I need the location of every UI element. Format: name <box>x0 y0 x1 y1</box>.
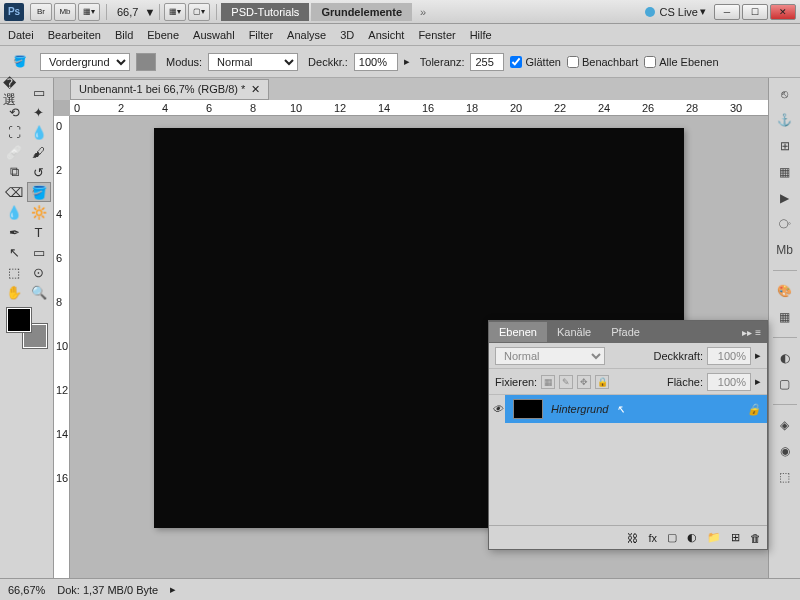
cs-live[interactable]: CS Live ▾ <box>645 5 706 18</box>
opacity-input[interactable] <box>354 53 398 71</box>
visibility-toggle-icon[interactable]: 👁 <box>489 395 505 423</box>
menu-auswahl[interactable]: Auswahl <box>193 29 235 41</box>
zoom-level[interactable]: 66,7 <box>111 6 144 18</box>
blend-mode-select[interactable]: Normal <box>495 347 605 365</box>
pen-tool[interactable]: ✒ <box>2 222 26 242</box>
hand-tool[interactable]: ✋ <box>2 282 26 302</box>
new-layer-icon[interactable]: ⊞ <box>731 531 740 544</box>
3d-tool[interactable]: ⬚ <box>2 262 26 282</box>
menu-hilfe[interactable]: Hilfe <box>470 29 492 41</box>
panel-icon[interactable]: ▦ <box>774 162 796 182</box>
swatches-panel-icon[interactable]: ▦ <box>774 307 796 327</box>
ruler-vertical[interactable]: 0246810121416 <box>54 116 70 578</box>
tab-kanaele[interactable]: Kanäle <box>547 322 601 342</box>
color-picker[interactable] <box>7 308 47 348</box>
panel-icon[interactable]: ⧂ <box>774 214 796 234</box>
menu-filter[interactable]: Filter <box>249 29 273 41</box>
stamp-tool[interactable]: ⧉ <box>2 162 26 182</box>
tab-pfade[interactable]: Pfade <box>601 322 650 342</box>
brush-tool[interactable]: 🖌 <box>27 142 51 162</box>
close-button[interactable]: ✕ <box>770 4 796 20</box>
arrange-docs-button[interactable]: ▦▾ <box>164 3 186 21</box>
menu-datei[interactable]: Datei <box>8 29 34 41</box>
panel-icon[interactable]: Mb <box>774 240 796 260</box>
3d-camera-tool[interactable]: ⊙ <box>27 262 51 282</box>
workspace-more-icon[interactable]: » <box>420 6 426 18</box>
menu-fenster[interactable]: Fenster <box>418 29 455 41</box>
channels-panel-icon[interactable]: ◉ <box>774 441 796 461</box>
fill-value[interactable] <box>707 373 751 391</box>
layer-thumbnail[interactable] <box>513 399 543 419</box>
path-select-tool[interactable]: ↖ <box>2 242 26 262</box>
panel-icon[interactable]: ⎋ <box>774 84 796 104</box>
menu-3d[interactable]: 3D <box>340 29 354 41</box>
status-arrow-icon[interactable]: ▸ <box>170 583 176 596</box>
adjustments-panel-icon[interactable]: ◐ <box>774 348 796 368</box>
panel-icon[interactable]: ⊞ <box>774 136 796 156</box>
foreground-color[interactable] <box>7 308 31 332</box>
antialias-checkbox[interactable]: Glätten <box>510 56 560 68</box>
color-panel-icon[interactable]: 🎨 <box>774 281 796 301</box>
blur-tool[interactable]: 💧 <box>2 202 26 222</box>
crop-tool[interactable]: ⛶ <box>2 122 26 142</box>
layer-name[interactable]: Hintergrund <box>551 403 608 415</box>
tab-ebenen[interactable]: Ebenen <box>489 322 547 342</box>
pattern-swatch[interactable] <box>136 53 156 71</box>
delete-layer-icon[interactable]: 🗑 <box>750 532 761 544</box>
view-extras-button[interactable]: ▦▾ <box>78 3 100 21</box>
history-brush-tool[interactable]: ↺ <box>27 162 51 182</box>
layer-mask-icon[interactable]: ▢ <box>667 531 677 544</box>
eyedropper-tool[interactable]: 💧 <box>27 122 51 142</box>
layers-panel-icon[interactable]: ◈ <box>774 415 796 435</box>
opacity-value[interactable] <box>707 347 751 365</box>
all-layers-checkbox[interactable]: Alle Ebenen <box>644 56 718 68</box>
workspace-grundelemente[interactable]: Grundelemente <box>311 3 412 21</box>
status-doc-info[interactable]: Dok: 1,37 MB/0 Byte <box>57 584 158 596</box>
panel-icon[interactable]: ▶ <box>774 188 796 208</box>
status-zoom[interactable]: 66,67% <box>8 584 45 596</box>
lock-pixels-icon[interactable]: ▦ <box>541 375 555 389</box>
menu-bearbeiten[interactable]: Bearbeiten <box>48 29 101 41</box>
paint-bucket-tool[interactable]: 🪣 <box>27 182 51 202</box>
zoom-tool[interactable]: 🔍 <box>27 282 51 302</box>
paths-panel-icon[interactable]: ⬚ <box>774 467 796 487</box>
link-layers-icon[interactable]: ⛓ <box>627 532 638 544</box>
move-tool[interactable]: �選 <box>2 82 26 102</box>
healing-tool[interactable]: 🩹 <box>2 142 26 162</box>
ruler-horizontal[interactable]: 024681012141618202224262830 <box>70 100 768 116</box>
adjustment-layer-icon[interactable]: ◐ <box>687 531 697 544</box>
minimize-button[interactable]: ─ <box>714 4 740 20</box>
tolerance-input[interactable] <box>470 53 504 71</box>
maximize-button[interactable]: ☐ <box>742 4 768 20</box>
minibridge-button[interactable]: Mb <box>54 3 76 21</box>
marquee-tool[interactable]: ▭ <box>27 82 51 102</box>
workspace-psd-tutorials[interactable]: PSD-Tutorials <box>221 3 309 21</box>
menu-analyse[interactable]: Analyse <box>287 29 326 41</box>
mode-select[interactable]: Normal <box>208 53 298 71</box>
lock-brush-icon[interactable]: ✎ <box>559 375 573 389</box>
document-tab[interactable]: Unbenannt-1 bei 66,7% (RGB/8) *✕ <box>70 79 269 100</box>
contiguous-checkbox[interactable]: Benachbart <box>567 56 638 68</box>
zoom-dropdown-icon[interactable]: ▼ <box>144 6 155 18</box>
panel-menu-icon[interactable]: ▸▸ ≡ <box>736 327 767 338</box>
lock-move-icon[interactable]: ✥ <box>577 375 591 389</box>
dodge-tool[interactable]: 🔆 <box>27 202 51 222</box>
panel-icon[interactable]: ⚓ <box>774 110 796 130</box>
shape-tool[interactable]: ▭ <box>27 242 51 262</box>
fill-source-select[interactable]: Vordergrund <box>40 53 130 71</box>
magic-wand-tool[interactable]: ✦ <box>27 102 51 122</box>
type-tool[interactable]: T <box>27 222 51 242</box>
layer-fx-icon[interactable]: fx <box>648 532 657 544</box>
masks-panel-icon[interactable]: ▢ <box>774 374 796 394</box>
lock-all-icon[interactable]: 🔒 <box>595 375 609 389</box>
screen-mode-button[interactable]: ▢▾ <box>188 3 210 21</box>
eraser-tool[interactable]: ⌫ <box>2 182 26 202</box>
layer-group-icon[interactable]: 📁 <box>707 531 721 544</box>
layer-row[interactable]: 👁 Hintergrund ↖ 🔒 <box>489 395 767 423</box>
current-tool-icon[interactable]: 🪣 <box>6 51 34 73</box>
bridge-button[interactable]: Br <box>30 3 52 21</box>
menu-ansicht[interactable]: Ansicht <box>368 29 404 41</box>
menu-ebene[interactable]: Ebene <box>147 29 179 41</box>
lasso-tool[interactable]: ⟲ <box>2 102 26 122</box>
menu-bild[interactable]: Bild <box>115 29 133 41</box>
